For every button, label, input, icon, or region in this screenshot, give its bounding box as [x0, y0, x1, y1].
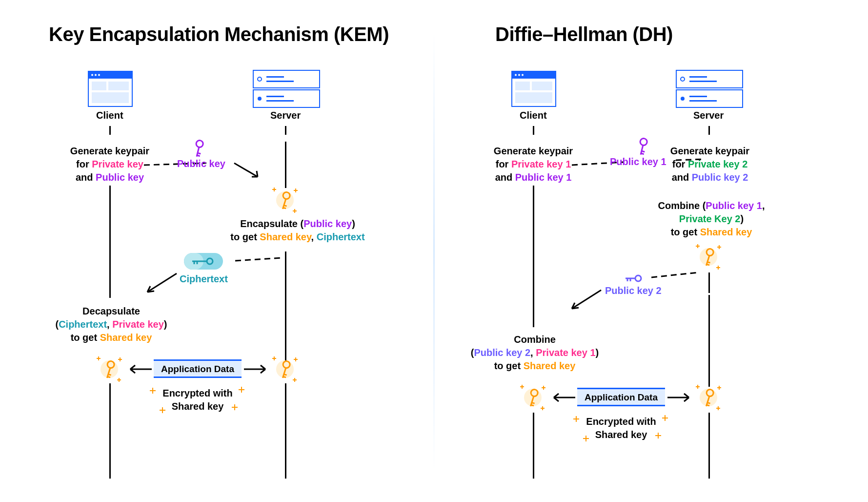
- svg-rect-11: [266, 81, 294, 82]
- text: Shared key: [100, 332, 152, 343]
- text: Combine: [514, 334, 556, 345]
- text: to get: [494, 360, 524, 371]
- vertical-divider: [434, 32, 434, 471]
- dh-combine-client: Combine (Public key 2, Private key 1) to…: [468, 333, 601, 373]
- svg-rect-7: [92, 92, 129, 103]
- text: ,: [107, 319, 112, 330]
- svg-rect-8: [253, 70, 320, 88]
- text: Ciphertext: [59, 319, 107, 330]
- text: Ciphertext: [317, 231, 365, 242]
- arrow-right: [243, 364, 267, 374]
- svg-rect-36: [689, 76, 707, 78]
- text: Public key 1: [515, 172, 572, 183]
- text: Shared key: [524, 360, 576, 371]
- text: ): [596, 347, 599, 358]
- text: ): [740, 213, 744, 224]
- dh-title: Diffie–Hellman (DH): [495, 23, 673, 45]
- svg-rect-40: [689, 96, 707, 97]
- dh-generate-keypair-2: Generate keypair for Private key 2 and P…: [665, 145, 755, 184]
- dh-appdata-box: Application Data: [577, 388, 665, 406]
- lifeline: [533, 126, 534, 135]
- text: for: [76, 159, 92, 169]
- text: Public key 2: [692, 172, 748, 183]
- svg-rect-38: [676, 90, 743, 107]
- svg-point-35: [681, 77, 685, 81]
- svg-point-13: [258, 97, 262, 101]
- text: Public key 2: [474, 347, 530, 358]
- kem-public-key-msg: Public key: [177, 157, 225, 170]
- text: ): [164, 319, 167, 330]
- text: to get: [230, 231, 260, 242]
- svg-rect-6: [108, 82, 129, 90]
- arrow-dashed: [651, 271, 700, 282]
- text: Private key: [112, 319, 164, 330]
- svg-point-4: [98, 74, 100, 76]
- dh-generate-keypair-1: Generate keypair for Private key 1 and P…: [488, 145, 579, 184]
- svg-rect-37: [689, 81, 717, 82]
- kem-appdata-box: Application Data: [154, 359, 242, 378]
- lifeline: [285, 251, 286, 361]
- dh-server-label: Server: [693, 110, 724, 121]
- svg-rect-14: [266, 96, 284, 97]
- svg-point-28: [515, 74, 517, 76]
- svg-rect-33: [515, 92, 552, 103]
- svg-rect-31: [515, 82, 530, 90]
- arrow: [566, 289, 605, 318]
- svg-point-42: [639, 138, 648, 146]
- svg-point-45: [635, 275, 641, 281]
- text: Public key: [303, 218, 352, 229]
- client-browser-icon: [88, 71, 133, 107]
- shared-key-sparkle-icon: [269, 354, 301, 385]
- lifeline: [708, 295, 710, 387]
- lifeline: [533, 413, 534, 479]
- text: to get: [71, 332, 100, 343]
- lifeline: [533, 186, 534, 327]
- kem-server-label: Server: [270, 110, 301, 121]
- svg-point-2: [91, 74, 93, 76]
- svg-point-3: [95, 74, 97, 76]
- text: ,: [311, 231, 317, 242]
- lifeline: [109, 383, 111, 479]
- kem-appdata: Application Data: [161, 364, 234, 374]
- svg-point-30: [522, 74, 524, 76]
- lifeline: [285, 142, 286, 188]
- capsule-icon: [182, 249, 225, 273]
- svg-rect-32: [532, 82, 552, 90]
- kem-client-label: Client: [96, 110, 123, 121]
- dh-combine-server: Combine (Public key 1, Private Key 2) to…: [653, 199, 770, 239]
- kem-encapsulate: Encapsulate (Public key) to get Shared k…: [229, 217, 366, 244]
- text: Generate keypair: [494, 146, 573, 156]
- svg-point-9: [258, 77, 262, 81]
- arrow: [233, 162, 282, 187]
- lifeline: [708, 272, 710, 293]
- text: ): [352, 218, 355, 229]
- text: ,: [762, 200, 765, 211]
- text: for: [672, 159, 688, 169]
- shared-key-sparkle-icon: [517, 382, 548, 413]
- text: Private key 2: [688, 159, 747, 169]
- text: Decapsulate: [82, 306, 140, 316]
- kem-decapsulate: Decapsulate (Ciphertext, Private key) to…: [50, 305, 173, 344]
- text: Private Key 2: [679, 213, 741, 224]
- arrow-left: [128, 364, 153, 374]
- text: to get: [671, 227, 700, 237]
- text: Generate keypair: [670, 146, 749, 156]
- dh-public-key-1-msg: Public key 1: [610, 155, 666, 168]
- arrow-dashed: [235, 255, 284, 265]
- kem-title: Key Encapsulation Mechanism (KEM): [49, 23, 389, 45]
- dh-appdata: Application Data: [585, 392, 658, 402]
- text: Combine (: [658, 200, 706, 211]
- client-browser-icon: [511, 71, 556, 107]
- key-icon: [189, 140, 207, 157]
- arrow: [141, 272, 181, 302]
- sparkles-icon: [572, 414, 670, 443]
- svg-point-39: [681, 97, 685, 101]
- svg-rect-41: [689, 100, 717, 102]
- text: Private key 1: [536, 347, 595, 358]
- text: Encapsulate (: [240, 218, 303, 229]
- lifeline: [109, 186, 111, 298]
- svg-rect-10: [266, 76, 284, 78]
- text: ,: [530, 347, 536, 358]
- text: and: [495, 172, 515, 183]
- dh-public-key-2-msg: Public key 2: [605, 284, 662, 297]
